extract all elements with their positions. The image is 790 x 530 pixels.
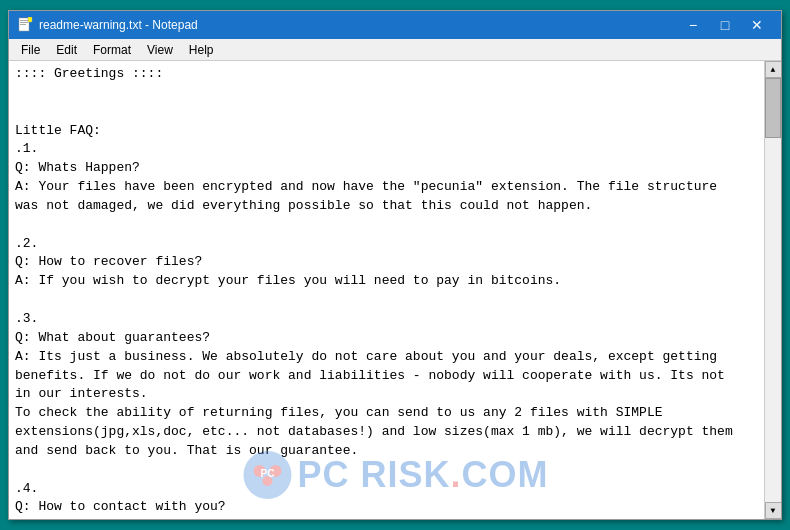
svg-rect-2: [20, 22, 28, 23]
notepad-window: readme-warning.txt - Notepad − □ ✕ File …: [8, 10, 782, 520]
menu-edit[interactable]: Edit: [48, 39, 85, 60]
text-area-container: :::: Greetings :::: Little FAQ: .1. Q: W…: [9, 61, 781, 519]
window-controls: − □ ✕: [677, 11, 773, 39]
menu-format[interactable]: Format: [85, 39, 139, 60]
menu-bar: File Edit Format View Help: [9, 39, 781, 61]
scroll-down-button[interactable]: ▼: [765, 502, 782, 519]
menu-view[interactable]: View: [139, 39, 181, 60]
window-title: readme-warning.txt - Notepad: [39, 18, 677, 32]
svg-rect-4: [28, 17, 32, 22]
menu-help[interactable]: Help: [181, 39, 222, 60]
scroll-up-button[interactable]: ▲: [765, 61, 782, 78]
svg-rect-3: [20, 24, 26, 25]
menu-file[interactable]: File: [13, 39, 48, 60]
svg-rect-1: [20, 20, 28, 21]
scrollbar-thumb-area: [765, 78, 781, 502]
text-area[interactable]: :::: Greetings :::: Little FAQ: .1. Q: W…: [9, 61, 764, 519]
close-button[interactable]: ✕: [741, 11, 773, 39]
scrollbar-thumb[interactable]: [765, 78, 781, 138]
scrollbar[interactable]: ▲ ▼: [764, 61, 781, 519]
minimize-button[interactable]: −: [677, 11, 709, 39]
title-bar: readme-warning.txt - Notepad − □ ✕: [9, 11, 781, 39]
notepad-icon: [17, 17, 33, 33]
maximize-button[interactable]: □: [709, 11, 741, 39]
